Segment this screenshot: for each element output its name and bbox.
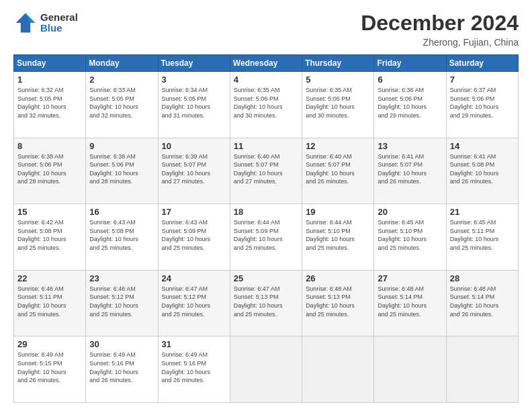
table-row: 12Sunrise: 6:40 AM Sunset: 5:07 PM Dayli… [302, 138, 374, 204]
day-number: 10 [162, 141, 226, 151]
day-number: 20 [378, 207, 442, 217]
day-number: 31 [162, 339, 226, 349]
table-row: 8Sunrise: 6:38 AM Sunset: 5:06 PM Daylig… [14, 138, 86, 204]
logo-text: General Blue [40, 12, 78, 34]
day-number: 18 [234, 207, 298, 217]
col-sunday: Sunday [14, 55, 86, 72]
day-number: 21 [450, 207, 515, 217]
day-info: Sunrise: 6:45 AM Sunset: 5:10 PM Dayligh… [378, 218, 442, 252]
col-friday: Friday [374, 55, 446, 72]
day-info: Sunrise: 6:36 AM Sunset: 5:06 PM Dayligh… [378, 86, 442, 120]
day-info: Sunrise: 6:34 AM Sunset: 5:05 PM Dayligh… [162, 86, 226, 120]
day-info: Sunrise: 6:42 AM Sunset: 5:08 PM Dayligh… [17, 218, 82, 252]
table-row: 23Sunrise: 6:46 AM Sunset: 5:12 PM Dayli… [86, 270, 158, 336]
calendar-body: 1Sunrise: 6:32 AM Sunset: 5:05 PM Daylig… [14, 72, 519, 403]
day-info: Sunrise: 6:48 AM Sunset: 5:14 PM Dayligh… [378, 285, 442, 318]
logo-general-text: General [40, 12, 78, 24]
day-number: 26 [306, 273, 370, 283]
calendar-header: Sunday Monday Tuesday Wednesday Thursday… [14, 55, 519, 72]
day-number: 16 [89, 207, 154, 217]
day-info: Sunrise: 6:38 AM Sunset: 5:06 PM Dayligh… [17, 152, 82, 186]
table-row [374, 336, 446, 403]
day-info: Sunrise: 6:32 AM Sunset: 5:05 PM Dayligh… [17, 86, 82, 120]
calendar-row: 8Sunrise: 6:38 AM Sunset: 5:06 PM Daylig… [14, 138, 519, 204]
table-row: 6Sunrise: 6:36 AM Sunset: 5:06 PM Daylig… [374, 72, 446, 138]
day-number: 22 [17, 273, 82, 283]
day-number: 29 [17, 339, 82, 349]
table-row: 18Sunrise: 6:44 AM Sunset: 5:09 PM Dayli… [230, 204, 302, 271]
table-row [446, 336, 518, 403]
table-row: 3Sunrise: 6:34 AM Sunset: 5:05 PM Daylig… [158, 72, 230, 138]
col-monday: Monday [86, 55, 158, 72]
day-number: 17 [162, 207, 226, 217]
table-row: 9Sunrise: 6:38 AM Sunset: 5:06 PM Daylig… [86, 138, 158, 204]
table-row: 15Sunrise: 6:42 AM Sunset: 5:08 PM Dayli… [14, 204, 86, 271]
table-row: 28Sunrise: 6:48 AM Sunset: 5:14 PM Dayli… [446, 270, 518, 336]
day-info: Sunrise: 6:44 AM Sunset: 5:10 PM Dayligh… [306, 218, 370, 252]
day-info: Sunrise: 6:41 AM Sunset: 5:08 PM Dayligh… [450, 152, 515, 186]
table-row: 10Sunrise: 6:39 AM Sunset: 5:07 PM Dayli… [158, 138, 230, 204]
header: General Blue December 2024 Zherong, Fuji… [13, 11, 519, 48]
table-row: 29Sunrise: 6:49 AM Sunset: 5:15 PM Dayli… [14, 336, 86, 403]
day-info: Sunrise: 6:49 AM Sunset: 5:16 PM Dayligh… [162, 351, 226, 384]
page: General Blue December 2024 Zherong, Fuji… [0, 0, 532, 411]
day-info: Sunrise: 6:45 AM Sunset: 5:11 PM Dayligh… [450, 218, 515, 252]
table-row: 5Sunrise: 6:35 AM Sunset: 5:06 PM Daylig… [302, 72, 374, 138]
day-info: Sunrise: 6:40 AM Sunset: 5:07 PM Dayligh… [234, 152, 298, 186]
logo-icon [13, 11, 38, 35]
table-row: 25Sunrise: 6:47 AM Sunset: 5:13 PM Dayli… [230, 270, 302, 336]
table-row: 11Sunrise: 6:40 AM Sunset: 5:07 PM Dayli… [230, 138, 302, 204]
day-number: 6 [378, 75, 442, 85]
calendar-row: 1Sunrise: 6:32 AM Sunset: 5:05 PM Daylig… [14, 72, 519, 138]
day-info: Sunrise: 6:35 AM Sunset: 5:06 PM Dayligh… [234, 86, 298, 120]
table-row: 31Sunrise: 6:49 AM Sunset: 5:16 PM Dayli… [158, 336, 230, 403]
day-info: Sunrise: 6:47 AM Sunset: 5:12 PM Dayligh… [162, 285, 226, 318]
day-number: 2 [89, 75, 154, 85]
day-number: 8 [17, 141, 82, 151]
day-number: 5 [306, 75, 370, 85]
table-row: 22Sunrise: 6:46 AM Sunset: 5:11 PM Dayli… [14, 270, 86, 336]
day-info: Sunrise: 6:33 AM Sunset: 5:05 PM Dayligh… [89, 86, 154, 120]
day-info: Sunrise: 6:46 AM Sunset: 5:12 PM Dayligh… [89, 285, 154, 318]
day-info: Sunrise: 6:41 AM Sunset: 5:07 PM Dayligh… [378, 152, 442, 186]
day-info: Sunrise: 6:46 AM Sunset: 5:11 PM Dayligh… [17, 285, 82, 318]
location: Zherong, Fujian, China [361, 37, 519, 48]
day-number: 30 [89, 339, 154, 349]
table-row: 17Sunrise: 6:43 AM Sunset: 5:09 PM Dayli… [158, 204, 230, 271]
day-number: 9 [89, 141, 154, 151]
table-row: 26Sunrise: 6:48 AM Sunset: 5:13 PM Dayli… [302, 270, 374, 336]
table-row: 4Sunrise: 6:35 AM Sunset: 5:06 PM Daylig… [230, 72, 302, 138]
day-number: 23 [89, 273, 154, 283]
day-number: 19 [306, 207, 370, 217]
calendar-row: 22Sunrise: 6:46 AM Sunset: 5:11 PM Dayli… [14, 270, 519, 336]
day-info: Sunrise: 6:47 AM Sunset: 5:13 PM Dayligh… [234, 285, 298, 318]
day-number: 12 [306, 141, 370, 151]
month-title: December 2024 [361, 11, 519, 36]
day-info: Sunrise: 6:43 AM Sunset: 5:08 PM Dayligh… [89, 218, 154, 252]
day-number: 24 [162, 273, 226, 283]
logo: General Blue [13, 11, 78, 35]
table-row [302, 336, 374, 403]
day-info: Sunrise: 6:48 AM Sunset: 5:14 PM Dayligh… [450, 285, 515, 318]
logo-blue-text: Blue [40, 23, 78, 34]
day-info: Sunrise: 6:49 AM Sunset: 5:15 PM Dayligh… [17, 351, 82, 384]
day-number: 11 [234, 141, 298, 151]
day-info: Sunrise: 6:37 AM Sunset: 5:06 PM Dayligh… [450, 86, 515, 120]
table-row: 2Sunrise: 6:33 AM Sunset: 5:05 PM Daylig… [86, 72, 158, 138]
table-row: 19Sunrise: 6:44 AM Sunset: 5:10 PM Dayli… [302, 204, 374, 271]
col-saturday: Saturday [446, 55, 518, 72]
day-number: 3 [162, 75, 226, 85]
day-info: Sunrise: 6:40 AM Sunset: 5:07 PM Dayligh… [306, 152, 370, 186]
table-row: 21Sunrise: 6:45 AM Sunset: 5:11 PM Dayli… [446, 204, 518, 271]
day-info: Sunrise: 6:43 AM Sunset: 5:09 PM Dayligh… [162, 218, 226, 252]
calendar-row: 29Sunrise: 6:49 AM Sunset: 5:15 PM Dayli… [14, 336, 519, 403]
day-info: Sunrise: 6:44 AM Sunset: 5:09 PM Dayligh… [234, 218, 298, 252]
table-row: 16Sunrise: 6:43 AM Sunset: 5:08 PM Dayli… [86, 204, 158, 271]
table-row: 27Sunrise: 6:48 AM Sunset: 5:14 PM Dayli… [374, 270, 446, 336]
table-row: 7Sunrise: 6:37 AM Sunset: 5:06 PM Daylig… [446, 72, 518, 138]
col-wednesday: Wednesday [230, 55, 302, 72]
title-block: December 2024 Zherong, Fujian, China [361, 11, 519, 48]
day-number: 28 [450, 273, 515, 283]
header-row: Sunday Monday Tuesday Wednesday Thursday… [14, 55, 519, 72]
day-number: 1 [17, 75, 82, 85]
